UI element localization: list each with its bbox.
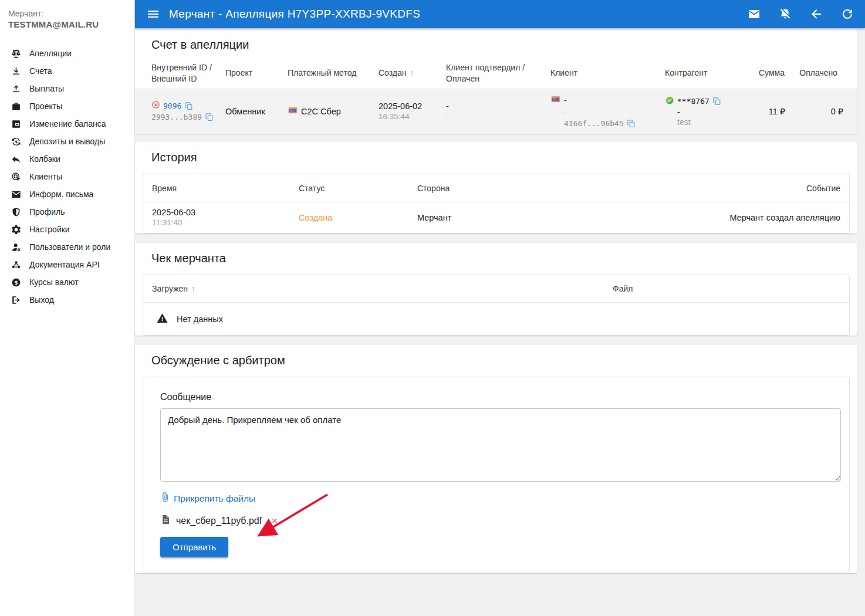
sidebar-item-appeals[interactable]: Апелляции xyxy=(0,45,134,62)
sidebar-item-label: Клиенты xyxy=(29,172,62,181)
merchant-info: Мерчант: TESTMMA@MAIL.RU xyxy=(0,8,134,36)
copy-icon[interactable] xyxy=(712,97,721,106)
table-row: 9096 2993...b389 Обменник C2C Сбер 2025-… xyxy=(135,89,857,134)
message-textarea[interactable]: Добрый день. Прикрепляем чек об оплате xyxy=(160,408,841,482)
column-header: Сумма xyxy=(759,67,785,79)
column-header: Внутренний ID / Внешний ID xyxy=(151,62,225,84)
sidebar-item-deposits[interactable]: $ Депозиты и выводы xyxy=(0,133,134,150)
sidebar-item-api-docs[interactable]: Документация API xyxy=(0,256,134,273)
paid-flag: - xyxy=(446,111,550,122)
confirmed-cell: - - xyxy=(446,101,550,122)
section-title: Счет в апелляции xyxy=(135,29,857,57)
sidebar-item-callbacks[interactable]: Колбэки xyxy=(0,150,134,168)
hub-icon xyxy=(10,259,22,270)
sidebar-item-label: Проекты xyxy=(29,101,62,111)
column-header: Событие xyxy=(722,184,840,193)
column-header: Проект xyxy=(225,67,288,79)
merchant-label: Мерчант: xyxy=(8,8,126,19)
sidebar-item-logout[interactable]: Выход xyxy=(0,291,134,309)
attach-files-link[interactable]: Прикрепить файлы xyxy=(160,492,255,505)
menu-icon[interactable] xyxy=(146,7,160,21)
no-data-cell: Нет данных xyxy=(152,312,613,326)
bank-card-icon xyxy=(550,94,561,107)
internal-id-link[interactable]: 9096 xyxy=(163,100,181,111)
upload-icon xyxy=(10,83,22,94)
dollar-circle-icon: $ xyxy=(10,276,22,288)
column-header: Оплачено xyxy=(785,67,843,79)
copy-icon[interactable] xyxy=(184,101,193,110)
paid-amount-cell: 0 ₽ xyxy=(785,107,843,116)
sidebar-nav: Апелляции Счета Выплаты Проекты Изменени… xyxy=(0,45,134,309)
sidebar-item-label: Выплаты xyxy=(29,84,64,93)
column-header-sortable[interactable]: Загружен↑ xyxy=(152,284,613,293)
shield-icon xyxy=(10,206,22,218)
notifications-off-icon[interactable] xyxy=(778,7,792,21)
client-confirmed: - xyxy=(446,101,550,111)
history-date: 2025-06-03 xyxy=(152,208,299,217)
error-circle-icon xyxy=(151,100,160,111)
mail-icon[interactable] xyxy=(747,7,761,21)
page-title: Мерчант - Апелляция H7Y3PP-XXRBJ-9VKDFS xyxy=(169,8,747,21)
client-line1: - xyxy=(564,95,567,106)
copy-icon[interactable] xyxy=(627,119,636,128)
table-row: Нет данных xyxy=(143,303,849,335)
users-roles-icon xyxy=(10,241,22,253)
briefcase-icon xyxy=(10,100,22,112)
sidebar-item-currency-rates[interactable]: $ Курсы валют xyxy=(0,273,134,291)
column-header: Файл xyxy=(613,284,840,293)
ids-cell: 9096 2993...b389 xyxy=(151,100,225,123)
column-header: Контрагент xyxy=(665,67,759,79)
invoice-table-header: Внутренний ID / Внешний ID Проект Платеж… xyxy=(135,57,857,89)
amount-cell: 11 ₽ xyxy=(759,107,785,116)
currency-exchange-icon: $ xyxy=(10,136,22,147)
sidebar-item-profile[interactable]: Профиль xyxy=(0,203,134,221)
sidebar-item-users-roles[interactable]: Пользователи и роли xyxy=(0,238,134,256)
sort-asc-icon: ↑ xyxy=(191,284,195,293)
sidebar-item-settings[interactable]: Настройки xyxy=(0,221,134,238)
attached-file-item: чек_сбер_11руб.pdf × xyxy=(160,514,832,527)
appbar: Мерчант - Апелляция H7Y3PP-XXRBJ-9VKDFS xyxy=(135,0,865,28)
warning-icon xyxy=(156,312,168,326)
invoice-section: Счет в апелляции Внутренний ID / Внешний… xyxy=(135,29,857,134)
section-title: Обсуждение с арбитром xyxy=(135,345,857,373)
sidebar-item-label: Информ. письма xyxy=(29,189,93,199)
refresh-icon[interactable] xyxy=(840,7,854,21)
success-check-icon xyxy=(665,96,674,107)
sidebar: Мерчант: TESTMMA@MAIL.RU Апелляции Счета… xyxy=(0,0,134,616)
sidebar-item-payouts[interactable]: Выплаты xyxy=(0,80,134,97)
sidebar-item-projects[interactable]: Проекты xyxy=(0,97,134,115)
column-header: Клиент xyxy=(550,67,665,79)
sidebar-item-label: Профиль xyxy=(29,207,65,216)
svg-text:$: $ xyxy=(14,279,18,285)
column-header: Клиент подтвердил / Оплачен xyxy=(446,62,550,84)
sidebar-item-clients[interactable]: Клиенты xyxy=(0,168,134,185)
copy-icon[interactable] xyxy=(205,113,214,121)
back-icon[interactable] xyxy=(809,7,823,21)
download-icon xyxy=(10,65,22,77)
sort-asc-icon: ↑ xyxy=(410,68,414,77)
counterparty-name: test xyxy=(677,117,759,128)
svg-text:$: $ xyxy=(15,139,18,144)
discussion-section: Обсуждение с арбитром Сообщение Добрый д… xyxy=(135,345,857,573)
ads-click-icon xyxy=(10,171,22,182)
sidebar-item-label: Курсы валют xyxy=(29,277,79,287)
section-title: История xyxy=(135,142,857,170)
column-header-sortable[interactable]: Создан↑ xyxy=(379,67,446,79)
client-line2: - xyxy=(564,107,665,118)
gear-icon xyxy=(10,224,22,235)
sidebar-item-label: Пользователи и роли xyxy=(29,242,110,252)
history-time: 11:31:40 xyxy=(152,217,299,228)
sidebar-item-label: Депозиты и выводы xyxy=(29,137,105,146)
send-button[interactable]: Отправить xyxy=(160,537,228,557)
sidebar-item-invoices[interactable]: Счета xyxy=(0,62,134,80)
sidebar-item-label: Выход xyxy=(29,295,54,304)
remove-file-button[interactable]: × xyxy=(271,516,278,526)
column-header: Платежный метод xyxy=(288,67,379,79)
payment-method-cell: C2C Сбер xyxy=(288,105,379,119)
history-event-cell: Мерчант создал апелляцию xyxy=(722,213,840,222)
history-table-header: Время Статус Сторона Событие xyxy=(143,174,849,202)
column-header: Сторона xyxy=(417,184,722,193)
sidebar-item-info-letters[interactable]: Информ. письма xyxy=(0,185,134,203)
sidebar-item-balance-change[interactable]: Изменение баланса xyxy=(0,115,134,133)
project-cell: Обменник xyxy=(225,107,288,116)
